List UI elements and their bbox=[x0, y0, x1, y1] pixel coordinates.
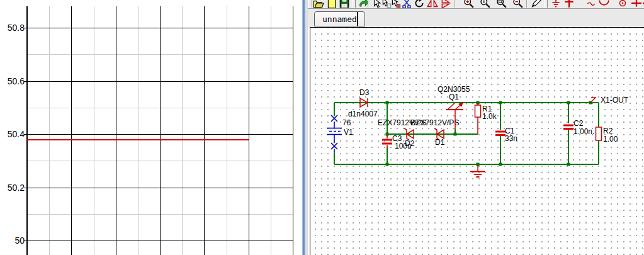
separator bbox=[455, 0, 455, 8]
edit-icon[interactable] bbox=[530, 0, 541, 9]
toolbar-handle[interactable] bbox=[352, 0, 356, 8]
tab-bar: unnamed bbox=[308, 9, 644, 27]
grid-line bbox=[138, 6, 138, 255]
toolbar-handle[interactable] bbox=[308, 0, 312, 8]
y-tick-label: 50.4 bbox=[8, 129, 25, 139]
grid-line bbox=[24, 188, 293, 188]
grid-line bbox=[94, 6, 94, 255]
cut-icon[interactable] bbox=[401, 0, 412, 9]
zoom-one-icon[interactable] bbox=[480, 0, 491, 9]
mirror-y-icon[interactable] bbox=[441, 0, 452, 9]
mirror-x-icon[interactable] bbox=[427, 0, 438, 9]
y-tick-label: 50.8 bbox=[8, 23, 25, 33]
separator bbox=[526, 0, 527, 8]
tab-label: unnamed bbox=[322, 14, 357, 24]
y-tick-label: 50.2 bbox=[8, 183, 25, 193]
schematic-grid[interactable] bbox=[310, 27, 644, 255]
zoom-fit-icon[interactable] bbox=[496, 0, 507, 9]
grid-line bbox=[24, 81, 293, 82]
rotate-icon[interactable] bbox=[414, 0, 425, 9]
zoom-out-icon[interactable] bbox=[512, 0, 524, 9]
ground-icon[interactable] bbox=[550, 0, 562, 9]
grid-line bbox=[116, 6, 116, 255]
open-file-icon[interactable] bbox=[313, 0, 324, 9]
plot-pane: 50.850.650.450.250 bbox=[0, 0, 302, 255]
grid-line bbox=[249, 6, 249, 255]
tab-cursor bbox=[357, 12, 358, 26]
grid-line bbox=[49, 6, 50, 255]
grid-line bbox=[24, 241, 293, 241]
y-tick-label: 50 bbox=[14, 235, 25, 246]
move-icon[interactable] bbox=[390, 0, 402, 9]
new-file-icon[interactable] bbox=[326, 0, 337, 9]
voltage-plot: 50.850.650.450.250 bbox=[0, 0, 302, 255]
port-icon[interactable] bbox=[563, 0, 575, 9]
schematic-editor: unnamed bbox=[308, 0, 644, 255]
trace-line bbox=[27, 139, 249, 140]
save-icon[interactable] bbox=[339, 0, 350, 9]
y-tick-label: 50.6 bbox=[8, 76, 25, 86]
zoom-in-icon[interactable] bbox=[463, 0, 475, 9]
toolbar-handle[interactable] bbox=[544, 0, 548, 8]
separator bbox=[368, 0, 368, 8]
grid-line bbox=[24, 134, 293, 135]
insert-cross-icon[interactable] bbox=[631, 0, 642, 9]
insert-circle-icon[interactable] bbox=[617, 0, 628, 9]
grid-line bbox=[160, 6, 161, 255]
grid-line bbox=[71, 6, 72, 255]
insert-wave-icon[interactable] bbox=[585, 0, 597, 9]
schematic-canvas[interactable] bbox=[308, 27, 644, 255]
y-axis bbox=[26, 6, 28, 255]
window-border[interactable] bbox=[302, 0, 308, 255]
grid-line bbox=[182, 6, 183, 255]
grid-line bbox=[24, 28, 293, 28]
grid-line bbox=[271, 6, 271, 255]
screenshot-root: 50.850.650.450.250 bbox=[0, 0, 644, 255]
grid-line bbox=[293, 6, 293, 255]
insert-arc-icon[interactable] bbox=[598, 0, 609, 9]
toolbar bbox=[308, 0, 644, 9]
grid-line bbox=[227, 6, 227, 255]
grid-line bbox=[204, 6, 205, 255]
